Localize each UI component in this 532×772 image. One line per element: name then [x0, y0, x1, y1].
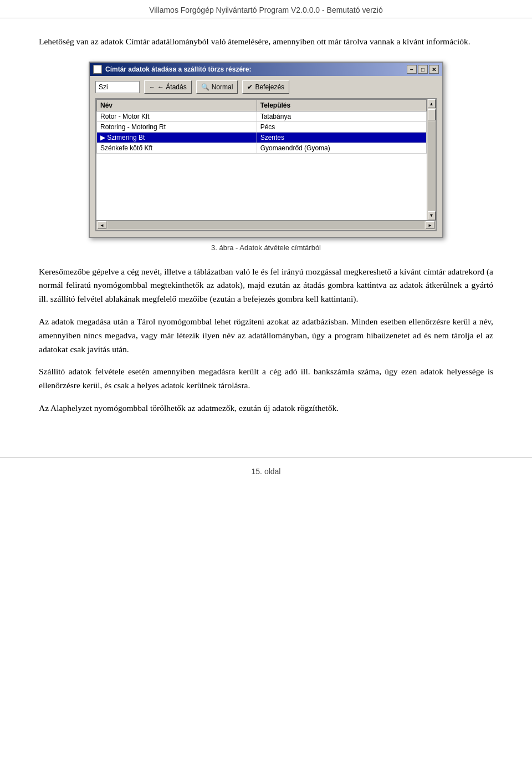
close-button[interactable]: ✕ — [429, 65, 439, 74]
scrollbar-up-button[interactable]: ▲ — [428, 99, 436, 108]
cell-nev: Rotoring - Motoring Rt — [97, 122, 257, 133]
dialog-body: ← ← Átadás 🔍 Normal ✔ Befejezés — [90, 76, 442, 237]
table-header-row: Név Település — [97, 100, 427, 111]
befejezas-check-icon: ✔ — [247, 83, 253, 91]
page-content: Lehetőség van az adatok Címtár adatállom… — [0, 18, 532, 446]
titlebar-left: ⚙ Címtár adatok átadása a szállító törzs… — [93, 65, 251, 74]
table-row[interactable]: ▶ Szimering Bt Szentes — [97, 133, 427, 143]
normal-button[interactable]: 🔍 Normal — [196, 80, 238, 94]
hscroll-right-button[interactable]: ► — [426, 221, 434, 229]
atadas-label: ← Átadás — [157, 83, 187, 91]
horizontal-scrollbar[interactable]: ◄ ► — [96, 220, 436, 230]
dialog-icon: ⚙ — [93, 65, 102, 74]
cell-telepules: Tatabánya — [257, 111, 426, 122]
paragraph-4: Az Alaphelyzet nyomógombbal törölhetők a… — [39, 402, 493, 415]
table-row[interactable]: Rotoring - Motoring Rt Pécs — [97, 122, 427, 133]
atadas-button[interactable]: ← ← Átadás — [144, 80, 192, 94]
table-row-empty — [97, 154, 427, 220]
paragraph-2: Az adatok megadása után a Tárol nyomógom… — [39, 315, 493, 356]
table-main: Név Település Rotor - Motor Kft Tatabány… — [96, 99, 427, 220]
toolbar-row: ← ← Átadás 🔍 Normal ✔ Befejezés — [95, 80, 437, 94]
scrollbar-down-button[interactable]: ▼ — [428, 211, 436, 220]
paragraph-3: Szállító adatok felvétele esetén amennyi… — [39, 365, 493, 393]
table-row[interactable]: Rotor - Motor Kft Tatabánya — [97, 111, 427, 122]
cell-telepules: Szentes — [257, 133, 426, 143]
minimize-button[interactable]: − — [407, 65, 417, 74]
befejezas-button[interactable]: ✔ Befejezés — [242, 80, 289, 94]
col-nev-header: Név — [97, 100, 257, 111]
header-title: Villamos Forgógép Nyilvántartó Program V… — [149, 6, 383, 14]
hscroll-left-button[interactable]: ◄ — [98, 221, 106, 229]
page-number: 15. oldal — [252, 467, 281, 476]
paragraph-1: Keresőmezőbe gépelve a cég nevét, illetv… — [39, 265, 493, 306]
dialog-window: ⚙ Címtár adatok átadása a szállító törzs… — [89, 62, 443, 238]
figure-caption: 3. ábra - Adatok átvétele címtárból — [39, 243, 493, 252]
data-table-wrapper: Név Település Rotor - Motor Kft Tatabány… — [95, 98, 437, 231]
titlebar-buttons: − □ ✕ — [407, 65, 439, 74]
col-telepules-header: Település — [257, 100, 426, 111]
normal-search-icon: 🔍 — [201, 83, 209, 91]
dialog-container: ⚙ Címtár adatok átadása a szállító törzs… — [39, 62, 493, 238]
scrollbar-thumb[interactable] — [428, 109, 436, 120]
table-with-scrollbar: Név Település Rotor - Motor Kft Tatabány… — [96, 99, 436, 220]
table-row[interactable]: Szénkefe kötő Kft Gyomaendrőd (Gyoma) — [97, 143, 427, 154]
atadas-arrow-icon: ← — [149, 84, 155, 90]
cell-telepules: Gyomaendrőd (Gyoma) — [257, 143, 426, 154]
cell-telepules: Pécs — [257, 122, 426, 133]
intro-paragraph: Lehetőség van az adatok Címtár adatállom… — [39, 35, 493, 48]
befejezas-label: Befejezés — [255, 83, 284, 91]
dialog-title: Címtár adatok átadása a szállító törzs r… — [105, 65, 251, 73]
search-input[interactable] — [95, 81, 140, 93]
normal-label: Normal — [212, 83, 233, 91]
cell-arrow: ▶ Szimering Bt — [97, 133, 257, 143]
dialog-titlebar: ⚙ Címtár adatok átadása a szállító törzs… — [90, 63, 442, 76]
cell-nev: Rotor - Motor Kft — [97, 111, 257, 122]
scrollbar-track — [428, 121, 436, 211]
vertical-scrollbar[interactable]: ▲ ▼ — [427, 99, 436, 220]
data-table: Név Település Rotor - Motor Kft Tatabány… — [96, 99, 427, 220]
page-footer: 15. oldal — [0, 458, 532, 481]
cell-nev: Szénkefe kötő Kft — [97, 143, 257, 154]
maximize-button[interactable]: □ — [418, 65, 428, 74]
hscroll-track — [108, 221, 424, 229]
page-header: Villamos Forgógép Nyilvántartó Program V… — [0, 0, 532, 18]
